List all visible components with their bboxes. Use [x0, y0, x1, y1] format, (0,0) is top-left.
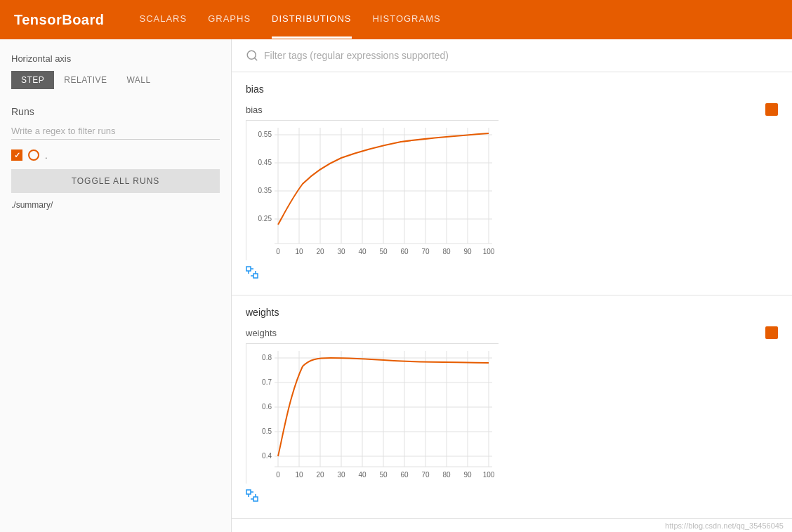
run-checkbox[interactable] — [11, 149, 22, 161]
section-bias-title: bias — [246, 84, 778, 95]
nav-scalars[interactable]: SCALARS — [139, 1, 187, 39]
sidebar: Horizontal axis STEP RELATIVE WALL Runs … — [0, 39, 232, 532]
svg-text:90: 90 — [463, 248, 472, 255]
axis-btn-step[interactable]: STEP — [11, 71, 54, 89]
svg-line-1 — [254, 58, 256, 60]
color-swatch-weights[interactable] — [765, 326, 778, 339]
app-body: Horizontal axis STEP RELATIVE WALL Runs … — [0, 39, 792, 532]
chart-wrapper-weights: weights — [246, 326, 778, 504]
svg-text:10: 10 — [295, 471, 303, 479]
runs-label: Runs — [11, 106, 220, 117]
svg-rect-34 — [246, 267, 251, 271]
app-logo: TensorBoard — [14, 12, 104, 28]
filter-bar — [232, 39, 792, 72]
section-weights: weights weights — [232, 295, 792, 519]
svg-text:0.45: 0.45 — [258, 159, 272, 166]
svg-text:80: 80 — [442, 471, 451, 479]
svg-text:60: 60 — [400, 248, 409, 255]
weights-svg-chart: 0.8 0.7 0.6 0.5 0.4 0 10 20 30 40 50 60 … — [246, 344, 499, 484]
axis-btn-relative[interactable]: RELATIVE — [54, 71, 117, 89]
svg-text:0.4: 0.4 — [262, 452, 272, 460]
expand-icon-weights[interactable] — [246, 489, 258, 504]
color-swatch-bias[interactable] — [765, 103, 778, 116]
svg-rect-35 — [253, 274, 258, 278]
section-bias: bias bias — [232, 72, 792, 295]
summary-link[interactable]: ./summary/ — [11, 200, 220, 210]
chart-title-row-bias: bias — [246, 103, 778, 116]
svg-rect-74 — [246, 490, 251, 494]
nav-graphs[interactable]: GRAPHS — [208, 1, 251, 39]
svg-text:70: 70 — [421, 248, 430, 255]
svg-text:0.6: 0.6 — [262, 403, 272, 411]
svg-text:0.7: 0.7 — [262, 378, 272, 386]
svg-text:40: 40 — [358, 471, 367, 479]
svg-rect-40 — [246, 344, 499, 484]
svg-text:0.25: 0.25 — [258, 215, 272, 222]
axis-btn-wall[interactable]: WALL — [117, 71, 160, 89]
chart-bias: 0.55 0.45 0.35 0.25 0 10 20 30 40 50 60 … — [246, 120, 499, 260]
chart-label-weights: weights — [246, 328, 277, 338]
svg-rect-75 — [253, 497, 258, 501]
svg-text:30: 30 — [337, 471, 345, 479]
horizontal-axis-label: Horizontal axis — [11, 53, 220, 64]
toggle-all-runs-button[interactable]: TOGGLE ALL RUNS — [11, 169, 220, 193]
svg-text:0.55: 0.55 — [258, 131, 272, 138]
expand-icon-bias[interactable] — [246, 266, 258, 281]
app-header: TensorBoard SCALARS GRAPHS DISTRIBUTIONS… — [0, 0, 792, 39]
chart-weights: 0.8 0.7 0.6 0.5 0.4 0 10 20 30 40 50 60 … — [246, 343, 499, 484]
nav-histograms[interactable]: HISTOGRAMS — [373, 1, 441, 39]
main-nav: SCALARS GRAPHS DISTRIBUTIONS HISTOGRAMS — [139, 1, 440, 39]
svg-text:50: 50 — [379, 471, 388, 479]
runs-row: . — [11, 149, 220, 161]
chart-wrapper-bias: bias — [246, 103, 778, 281]
run-circle-icon — [28, 149, 39, 161]
svg-text:50: 50 — [379, 248, 388, 255]
svg-text:80: 80 — [442, 248, 451, 255]
search-icon — [246, 49, 258, 62]
nav-distributions[interactable]: DISTRIBUTIONS — [272, 1, 351, 39]
watermark: https://blog.csdn.net/qq_35456045 — [232, 519, 792, 532]
svg-text:0.8: 0.8 — [262, 354, 272, 361]
chart-title-row-weights: weights — [246, 326, 778, 339]
svg-text:0.5: 0.5 — [262, 427, 272, 435]
axis-buttons: STEP RELATIVE WALL — [11, 71, 220, 89]
svg-text:100: 100 — [483, 248, 495, 255]
svg-text:0: 0 — [276, 248, 280, 255]
svg-text:40: 40 — [358, 248, 367, 255]
svg-text:20: 20 — [316, 471, 324, 479]
bias-svg-chart: 0.55 0.45 0.35 0.25 0 10 20 30 40 50 60 … — [246, 121, 499, 261]
section-weights-title: weights — [246, 307, 778, 318]
main-content: bias bias — [232, 39, 792, 532]
svg-text:0.35: 0.35 — [258, 187, 272, 194]
chart-label-bias: bias — [246, 105, 263, 115]
svg-text:30: 30 — [337, 248, 345, 255]
tag-filter-input[interactable] — [264, 50, 778, 61]
svg-text:90: 90 — [463, 471, 472, 479]
svg-text:100: 100 — [483, 471, 495, 479]
svg-text:20: 20 — [316, 248, 324, 255]
svg-text:10: 10 — [295, 248, 303, 255]
svg-text:60: 60 — [400, 471, 409, 479]
regex-filter-input[interactable] — [11, 123, 220, 140]
run-dot-label: . — [45, 150, 48, 161]
svg-text:70: 70 — [421, 471, 430, 479]
svg-text:0: 0 — [276, 471, 280, 479]
